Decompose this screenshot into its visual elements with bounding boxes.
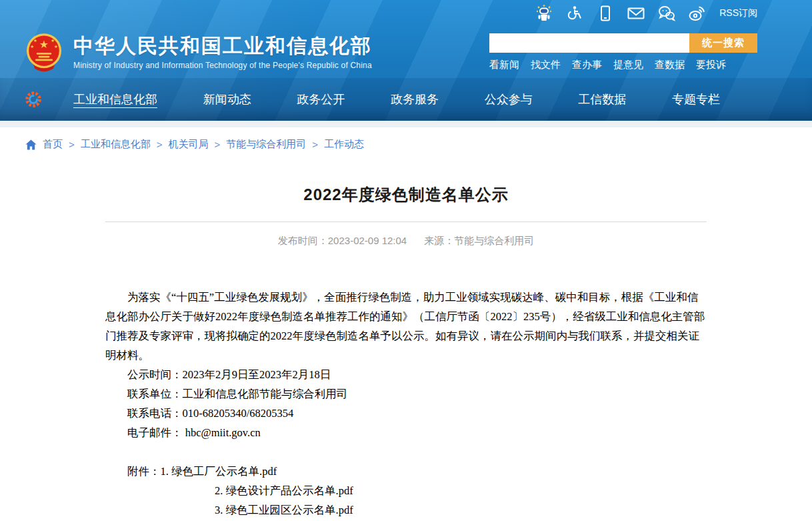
- breadcrumb-work-updates[interactable]: 工作动态: [324, 138, 364, 151]
- attachment-link-green-industrial-parks[interactable]: 3. 绿色工业园区公示名单.pdf: [215, 504, 353, 516]
- breadcrumb-separator: >: [157, 139, 163, 150]
- contact-email-line: 电子邮件： hbc@miit.gov.cn: [105, 423, 707, 442]
- wechat-icon[interactable]: [658, 5, 675, 22]
- site-subtitle: Ministry of Industry and Information Tec…: [73, 61, 372, 70]
- article-source: 来源：节能与综合利用司: [424, 235, 534, 247]
- breadcrumb-home[interactable]: 首页: [43, 138, 63, 151]
- attachment-link-green-factory[interactable]: 1. 绿色工厂公示名单.pdf: [161, 465, 277, 478]
- topbar: RSS订阅: [0, 0, 812, 27]
- article: 2022年度绿色制造名单公示 发布时间：2023-02-09 12:04 来源：…: [105, 184, 707, 521]
- quick-link-documents[interactable]: 找文件: [531, 59, 561, 71]
- svg-text:★: ★: [51, 38, 55, 43]
- weibo-icon[interactable]: [689, 5, 706, 22]
- article-title: 2022年度绿色制造名单公示: [105, 184, 707, 205]
- quick-link-services[interactable]: 查办事: [572, 59, 602, 71]
- site-title: 中华人民共和国工业和信息化部: [73, 35, 372, 57]
- quick-link-complaint[interactable]: 要投诉: [696, 59, 726, 71]
- mail-icon[interactable]: [627, 5, 645, 22]
- attachments: 附件：1. 绿色工厂公示名单.pdf 2. 绿色设计产品公示名单.pdf 3. …: [105, 462, 707, 521]
- site-logo-link[interactable]: ★ ★ ★ ★ ★ 中华人民共和国工业和信息化部 Ministry of Ind…: [24, 32, 372, 73]
- svg-text:★: ★: [39, 39, 49, 50]
- title-divider: [105, 221, 707, 222]
- header-main: ★ ★ ★ ★ ★ 中华人民共和国工业和信息化部 Ministry of Ind…: [0, 27, 812, 78]
- accessibility-icon[interactable]: [566, 5, 583, 22]
- nav-item-news[interactable]: 新闻动态: [203, 91, 251, 107]
- publish-time: 发布时间：2023-02-09 12:04: [278, 235, 407, 247]
- article-body: 为落实《“十四五”工业绿色发展规划》，全面推行绿色制造，助力工业领域实现碳达峰、…: [105, 288, 707, 521]
- breadcrumb-miit[interactable]: 工业和信息化部: [81, 138, 151, 151]
- nav-item-miit[interactable]: 工业和信息化部: [73, 91, 157, 107]
- svg-text:★: ★: [54, 44, 58, 49]
- attachments-label: 附件：: [127, 465, 161, 478]
- main-nav: 工业和信息化部 新闻动态 政务公开 政务服务 公众参与 工信数据 专题专栏: [0, 78, 812, 121]
- nav-item-public-participation[interactable]: 公众参与: [485, 91, 533, 107]
- national-emblem-icon: ★ ★ ★ ★ ★: [24, 32, 64, 73]
- svg-text:★: ★: [33, 38, 37, 43]
- breadcrumb-separator: >: [215, 139, 221, 150]
- mascot-icon[interactable]: [535, 5, 553, 22]
- publicity-period-line: 公示时间：2023年2月9日至2023年2月18日: [105, 365, 707, 384]
- breadcrumb-separator: >: [69, 139, 75, 150]
- nav-item-special-columns[interactable]: 专题专栏: [672, 91, 720, 107]
- breadcrumb-energy-dept[interactable]: 节能与综合利用司: [226, 138, 306, 151]
- lead-paragraph: 为落实《“十四五”工业绿色发展规划》，全面推行绿色制造，助力工业领域实现碳达峰、…: [105, 288, 707, 365]
- article-meta: 发布时间：2023-02-09 12:04 来源：节能与综合利用司: [105, 235, 707, 247]
- site-header: RSS订阅 ★ ★ ★ ★ ★ 中华人民共和国工业和信息化部 Ministry …: [0, 0, 812, 121]
- quick-link-feedback[interactable]: 提意见: [613, 59, 643, 71]
- breadcrumb: 首页 > 工业和信息化部 > 机关司局 > 节能与综合利用司 > 工作动态: [0, 127, 812, 155]
- contact-phone-line: 联系电话：010-68205340/68205354: [105, 404, 707, 423]
- header-divider-band: [0, 121, 812, 127]
- contact-unit-line: 联系单位：工业和信息化部节能与综合利用司: [105, 384, 707, 404]
- quick-link-data[interactable]: 查数据: [655, 59, 685, 71]
- breadcrumb-departments[interactable]: 机关司局: [169, 138, 209, 151]
- rss-subscribe-link[interactable]: RSS订阅: [719, 7, 757, 19]
- home-icon[interactable]: [25, 139, 37, 150]
- nav-item-gov-services[interactable]: 政务服务: [391, 91, 439, 107]
- mobile-icon[interactable]: [597, 5, 614, 22]
- nav-item-data[interactable]: 工信数据: [578, 91, 626, 107]
- svg-text:★: ★: [30, 44, 34, 49]
- nav-item-gov-disclosure[interactable]: 政务公开: [297, 91, 345, 107]
- gear-logo-icon[interactable]: [24, 90, 43, 109]
- attachment-link-green-design-products[interactable]: 2. 绿色设计产品公示名单.pdf: [215, 484, 353, 497]
- search-input[interactable]: [489, 33, 689, 53]
- quick-links: 看新闻 找文件 查办事 提意见 查数据 要投诉: [489, 59, 757, 71]
- breadcrumb-separator: >: [312, 139, 318, 150]
- quick-link-news[interactable]: 看新闻: [489, 59, 519, 71]
- unified-search-button[interactable]: 统一搜索: [689, 33, 757, 53]
- search-area: 统一搜索 看新闻 找文件 查办事 提意见 查数据 要投诉: [489, 33, 757, 71]
